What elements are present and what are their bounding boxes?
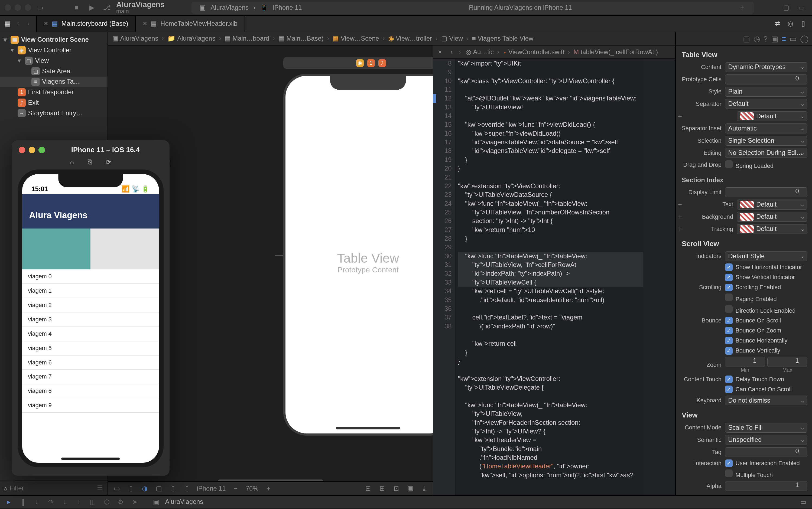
device-icon[interactable]: ▯ (169, 484, 177, 493)
first-responder-dock-icon[interactable]: 1 (367, 59, 375, 67)
editing-popup[interactable]: No Selection During Edi… (725, 148, 807, 158)
inspector-tab-bar[interactable]: ▢ ◷ ? ▣ ≡ ▭ ◯ (676, 32, 812, 46)
zoom-in-icon[interactable]: ＋ (264, 484, 272, 493)
jump-bar-editor[interactable]: × ‹ › ◎Au…tic ⬩ViewController.swift Mtab… (433, 45, 675, 59)
tab-header-xib[interactable]: × ▤ HomeTableViewHeader.xib (136, 16, 245, 31)
add-icon[interactable]: ＋ (739, 3, 745, 12)
selection-popup[interactable]: Single Selection (725, 136, 807, 146)
help-inspector-icon[interactable]: ? (764, 35, 768, 43)
filter-input[interactable] (10, 485, 94, 492)
canvas-phone[interactable]: Table View Prototype Content (283, 74, 433, 436)
step-over-icon[interactable]: ↷ (47, 498, 55, 506)
indicators-popup[interactable]: Default Style (725, 251, 807, 261)
sim-list-row[interactable]: viagem 2 (22, 298, 159, 312)
add-icon[interactable]: + (676, 112, 684, 120)
tab-main-storyboard[interactable]: × ▤ Main.storyboard (Base) (37, 16, 136, 31)
outline-entry-point[interactable]: → Storyboard Entry… (0, 108, 107, 118)
add-editor-icon[interactable]: ▯ (799, 20, 807, 28)
add-icon[interactable]: + (676, 201, 684, 208)
library-icon[interactable]: ▢ (781, 2, 792, 13)
sim-list-row[interactable]: viagem 8 (22, 384, 159, 398)
separator-inset-popup[interactable]: Automatic (725, 124, 807, 133)
index-text-popup[interactable]: Default (737, 200, 807, 209)
semantic-popup[interactable]: Unspecified (725, 435, 807, 445)
add-icon[interactable]: + (676, 225, 684, 233)
outline-first-responder[interactable]: 1 First Responder (0, 87, 107, 98)
delay-touch-checkbox[interactable]: ✓ (725, 376, 733, 383)
debug-toggle-icon[interactable]: ▸ (5, 498, 13, 506)
continue-icon[interactable]: ↓ (33, 498, 41, 506)
step-out-icon[interactable]: ↑ (75, 498, 83, 506)
bounce-v-checkbox[interactable]: ✓ (725, 347, 733, 355)
history-inspector-icon[interactable]: ◷ (753, 34, 760, 43)
forward-icon[interactable]: › (25, 20, 33, 28)
attributes-inspector-icon[interactable]: ≡ (782, 35, 786, 43)
close-icon[interactable]: × (143, 19, 147, 28)
keyboard-popup[interactable]: Do not dismiss (725, 396, 807, 406)
zoom-min-field[interactable]: 1 (725, 357, 765, 367)
inspector-toggle-icon[interactable]: ▭ (796, 2, 807, 13)
file-inspector-icon[interactable]: ▢ (743, 34, 750, 43)
show-h-indicator-checkbox[interactable]: ✓ (725, 264, 733, 271)
console-toggle-icon[interactable]: ▭ (799, 498, 807, 506)
sim-list-row[interactable]: viagem 7 (22, 370, 159, 384)
orientation-icon[interactable]: ▢ (155, 484, 163, 493)
adjust-icon[interactable]: ▯ (127, 484, 135, 493)
resolve-icon[interactable]: ⊡ (392, 484, 400, 493)
step-in-icon[interactable]: ↓ (61, 498, 69, 506)
user-interaction-checkbox[interactable]: ✓ (725, 460, 733, 467)
alpha-field[interactable]: 1 (725, 481, 807, 491)
minimap-icon[interactable]: ◎ (786, 20, 794, 28)
activity-viewer[interactable]: ▣ AluraViagens › 📱 iPhone 11 Running Alu… (192, 2, 754, 14)
sim-list-row[interactable]: viagem 4 (22, 327, 159, 341)
back-icon[interactable]: ‹ (14, 20, 22, 28)
tag-field[interactable]: 0 (725, 447, 807, 457)
connections-inspector-icon[interactable]: ◯ (800, 34, 809, 43)
spring-loaded-checkbox[interactable] (725, 160, 733, 168)
sim-list-row[interactable]: viagem 1 (22, 284, 159, 298)
back-icon[interactable]: ‹ (448, 48, 456, 56)
sim-list-row[interactable]: viagem 5 (22, 341, 159, 355)
export-icon[interactable]: ⤓ (420, 484, 428, 493)
code-area[interactable]: "kw">import "ty">UIKit "kw">class "ty">V… (456, 59, 643, 495)
bounce-scroll-checkbox[interactable]: ✓ (725, 317, 733, 324)
debugbar-target[interactable]: AluraViagens (165, 498, 203, 506)
location-icon[interactable]: ➤ (131, 498, 139, 506)
cancel-scroll-checkbox[interactable]: ✓ (725, 385, 733, 393)
vc-dock-icon[interactable]: ◉ (356, 59, 364, 67)
outline-safe-area[interactable]: ▢ Safe Area (0, 66, 107, 77)
device-label[interactable]: iPhone 11 (197, 485, 226, 492)
sim-list-row[interactable]: viagem 0 (22, 269, 159, 284)
close-assistant-icon[interactable]: × (436, 48, 444, 56)
simulator-window[interactable]: iPhone 11 – iOS 16.4 ⌂ ⎘ ⟳ 15:01 📶 📡 🔋 A… (12, 140, 169, 476)
identity-inspector-icon[interactable]: ▣ (771, 34, 778, 43)
content-popup[interactable]: Dynamic Prototypes (725, 62, 807, 72)
style-popup[interactable]: Plain (725, 87, 807, 97)
content-mode-popup[interactable]: Scale To Fill (725, 422, 807, 433)
bounce-zoom-checkbox[interactable]: ✓ (725, 327, 733, 334)
device-small-icon[interactable]: ▯ (183, 484, 191, 493)
zoom-out-icon[interactable]: − (232, 484, 240, 493)
memory-graph-icon[interactable]: ⬡ (103, 498, 111, 506)
forward-icon[interactable]: › (456, 48, 464, 56)
exit-dock-icon[interactable]: ⤴ (378, 59, 386, 67)
outline-toggle-icon[interactable]: ▭ (113, 484, 121, 493)
sim-list-row[interactable]: viagem 6 (22, 355, 159, 370)
sim-traffic-lights[interactable] (19, 147, 45, 153)
rotate-icon[interactable]: ⟳ (106, 158, 111, 166)
show-v-indicator-checkbox[interactable]: ✓ (725, 274, 733, 281)
line-gutter[interactable]: 8910111213141516171819202122232425262728… (433, 59, 456, 495)
sim-list-row[interactable]: viagem 3 (22, 312, 159, 327)
trait-icon[interactable]: ◑ (141, 484, 149, 493)
sidebar-toggle-icon[interactable]: ▭ (34, 2, 46, 13)
home-icon[interactable]: ⌂ (70, 158, 74, 166)
simulator-screen[interactable]: 15:01 📶 📡 🔋 Alura Viagens viagem 0viagem… (18, 169, 164, 467)
view-hierarchy-icon[interactable]: ◫ (89, 498, 97, 506)
paging-enabled-checkbox[interactable] (725, 294, 733, 301)
filter-options-icon[interactable]: ☰ (96, 484, 104, 492)
scheme-icon[interactable]: ⎇ (101, 2, 113, 13)
pin-icon[interactable]: ⊞ (378, 484, 386, 493)
add-icon[interactable]: + (676, 213, 684, 220)
window-traffic-lights[interactable] (5, 4, 31, 11)
outline-view-controller[interactable]: ▾◉ View Controller (0, 45, 107, 56)
